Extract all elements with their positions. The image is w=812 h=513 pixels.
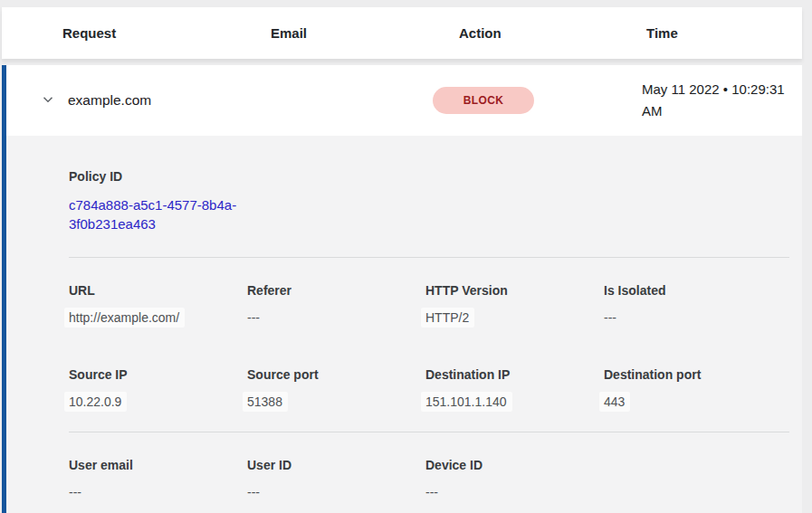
field-label: User email: [69, 458, 247, 472]
field-device-id: Device ID ---: [425, 458, 604, 500]
field-label: Source port: [247, 367, 425, 382]
field-value: ---: [604, 310, 616, 325]
field-label: Device ID: [425, 458, 604, 472]
field-value: 51388: [243, 392, 288, 412]
table-row[interactable]: example.com BLOCK May 11 2022 • 10:29:31…: [6, 65, 802, 136]
field-value: 443: [599, 392, 630, 412]
field-source-port: Source port 51388: [247, 367, 425, 410]
chevron-down-icon: [41, 92, 55, 109]
request-domain: example.com: [68, 92, 151, 109]
policy-id-block: Policy ID c784a888-a5c1-4577-8b4a-3f0b23…: [69, 169, 789, 233]
field-source-ip: Source IP 10.22.0.9: [69, 367, 247, 410]
field-value: HTTP/2: [421, 308, 474, 328]
divider: [69, 257, 789, 258]
detail-row-connection-info: Source IP 10.22.0.9 Source port 51388 De…: [69, 367, 789, 410]
expanded-row-group: example.com BLOCK May 11 2022 • 10:29:31…: [2, 65, 802, 513]
field-url: URL http://example.com/: [69, 283, 247, 326]
status-badge-block: BLOCK: [433, 87, 534, 114]
field-value: http://example.com/: [64, 308, 185, 328]
field-http-version: HTTP Version HTTP/2: [425, 283, 604, 326]
field-label: URL: [69, 283, 247, 298]
field-label: Destination IP: [425, 367, 604, 382]
action-cell: BLOCK: [432, 87, 619, 114]
field-value: ---: [69, 485, 81, 499]
field-user-email: User email ---: [69, 458, 247, 500]
column-header-request: Request: [40, 25, 248, 41]
field-label: HTTP Version: [425, 283, 604, 298]
request-log-table: Request Email Action Time example.com: [2, 7, 802, 513]
time-cell: May 11 2022 • 10:29:31 AM: [619, 79, 791, 122]
column-header-time: Time: [624, 25, 802, 41]
detail-row-request-info: URL http://example.com/ Referer --- HTTP…: [69, 283, 789, 326]
field-is-isolated: Is Isolated ---: [604, 283, 789, 326]
field-destination-port: Destination port 443: [604, 367, 789, 410]
field-label: Is Isolated: [604, 283, 789, 298]
field-value: ---: [425, 485, 438, 499]
field-value: 10.22.0.9: [64, 392, 127, 412]
policy-id-link[interactable]: c784a888-a5c1-4577-8b4a-3f0b231ea463: [69, 195, 250, 233]
field-referer: Referer ---: [247, 283, 425, 326]
field-value: ---: [247, 310, 260, 325]
request-cell: example.com: [40, 92, 244, 109]
field-value: ---: [247, 485, 260, 499]
row-details-panel: Policy ID c784a888-a5c1-4577-8b4a-3f0b23…: [6, 136, 802, 513]
field-user-id: User ID ---: [247, 458, 425, 500]
field-label: Referer: [247, 283, 425, 298]
field-label: User ID: [247, 458, 425, 472]
policy-id-label: Policy ID: [69, 169, 789, 184]
detail-row-user-info: User email --- User ID --- Device ID ---: [69, 458, 789, 500]
divider: [69, 432, 789, 432]
page: Request Email Action Time example.com: [0, 0, 812, 513]
field-label: Destination port: [604, 367, 789, 382]
table-header-row: Request Email Action Time: [2, 7, 802, 59]
collapse-row-button[interactable]: [40, 92, 56, 109]
field-label: Source IP: [69, 367, 247, 382]
field-value: 151.101.1.140: [421, 392, 512, 412]
column-header-email: Email: [248, 25, 436, 41]
field-destination-ip: Destination IP 151.101.1.140: [425, 367, 604, 410]
column-header-action: Action: [436, 25, 624, 41]
